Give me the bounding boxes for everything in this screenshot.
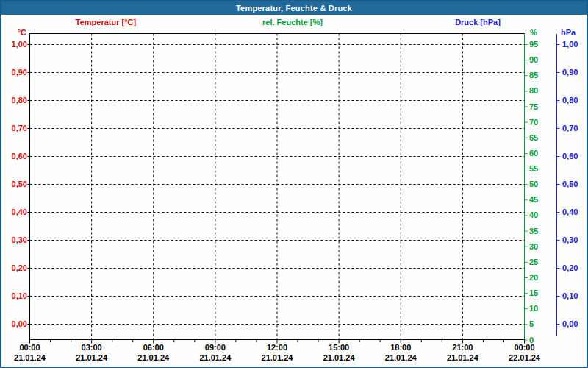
right-outer-axis-tick-label: 0,30 bbox=[562, 236, 578, 244]
right-inner-axis-tick-label: 30 bbox=[529, 242, 538, 251]
x-axis-time-label: 18:00 bbox=[379, 343, 423, 352]
left-axis-tick-label: 0,40 bbox=[1, 208, 27, 216]
right-inner-axis-tick-label: 85 bbox=[529, 71, 538, 79]
left-axis-tick-label: 0,20 bbox=[1, 263, 27, 272]
right-outer-axis-tick-label: 0,10 bbox=[562, 291, 578, 300]
right-outer-axis-tick-label: 0,80 bbox=[562, 96, 578, 105]
plot-area bbox=[1, 1, 587, 367]
x-axis-time-label: 09:00 bbox=[193, 343, 237, 352]
right-inner-axis-tick-label: 80 bbox=[529, 86, 538, 95]
x-axis-date-label: 21.01.24 bbox=[255, 353, 299, 362]
left-axis-tick-label: 0,70 bbox=[1, 124, 27, 132]
right-inner-axis-tick-label: 20 bbox=[529, 273, 538, 282]
x-axis-time-label: 03:00 bbox=[70, 343, 114, 352]
right-inner-axis-tick-label: 70 bbox=[529, 118, 538, 127]
x-axis-date-label: 21.01.24 bbox=[317, 353, 361, 362]
left-axis-tick-label: 0,00 bbox=[1, 319, 27, 328]
right-inner-axis-tick-label: 50 bbox=[529, 180, 538, 188]
x-axis-date-label: 21.01.24 bbox=[8, 353, 52, 362]
x-axis-date-label: 21.01.24 bbox=[379, 353, 423, 362]
x-axis-time-label: 21:00 bbox=[440, 343, 484, 352]
right-inner-axis-tick-label: 55 bbox=[529, 164, 538, 173]
right-inner-axis-tick-label: 45 bbox=[529, 195, 538, 204]
right-inner-axis-tick-label: 65 bbox=[529, 133, 538, 142]
right-inner-axis-tick-label: 15 bbox=[529, 289, 538, 297]
right-inner-axis-tick-label: 90 bbox=[529, 55, 538, 64]
chart-window: Temperatur, Feuchte & Druck Temperatur [… bbox=[0, 0, 588, 368]
right-inner-axis-tick-label: 5 bbox=[529, 319, 534, 328]
right-inner-axis-tick-label: 60 bbox=[529, 149, 538, 158]
x-axis-date-label: 21.01.24 bbox=[440, 353, 484, 362]
x-axis-time-label: 12:00 bbox=[255, 343, 299, 352]
x-axis-time-label: 06:00 bbox=[132, 343, 176, 352]
right-outer-axis-tick-label: 0,60 bbox=[562, 152, 578, 160]
right-inner-axis-tick-label: 40 bbox=[529, 210, 538, 219]
right-inner-axis-tick-label: 75 bbox=[529, 102, 538, 111]
right-inner-axis-tick-label: 10 bbox=[529, 304, 538, 313]
x-axis-time-label: 00:00 bbox=[503, 343, 547, 352]
right-outer-axis-tick-label: 0,70 bbox=[562, 124, 578, 132]
x-axis-date-label: 21.01.24 bbox=[132, 353, 176, 362]
right-outer-axis-tick-label: 0,20 bbox=[562, 263, 578, 272]
left-axis-tick-label: 1,00 bbox=[1, 40, 27, 49]
x-axis-date-label: 21.01.24 bbox=[193, 353, 237, 362]
right-outer-axis-tick-label: 0,90 bbox=[562, 68, 578, 77]
right-inner-axis-tick-label: 95 bbox=[529, 40, 538, 49]
right-inner-axis-tick-label: 25 bbox=[529, 258, 538, 266]
left-axis-tick-label: 0,30 bbox=[1, 236, 27, 244]
left-axis-tick-label: 0,60 bbox=[1, 152, 27, 160]
left-axis-tick-label: 0,80 bbox=[1, 96, 27, 105]
x-axis-time-label: 15:00 bbox=[317, 343, 361, 352]
x-axis-time-label: 00:00 bbox=[8, 343, 52, 352]
x-axis-date-label: 21.01.24 bbox=[70, 353, 114, 362]
right-outer-axis-tick-label: 1,00 bbox=[562, 40, 578, 49]
left-axis-tick-label: 0,10 bbox=[1, 291, 27, 300]
right-outer-axis-tick-label: 0,40 bbox=[562, 208, 578, 216]
x-axis-date-label: 22.01.24 bbox=[503, 353, 547, 362]
left-axis-tick-label: 0,50 bbox=[1, 180, 27, 188]
left-axis-tick-label: 0,90 bbox=[1, 68, 27, 77]
right-outer-axis-tick-label: 0,50 bbox=[562, 180, 578, 188]
right-inner-axis-tick-label: 35 bbox=[529, 227, 538, 236]
right-outer-axis-tick-label: 0,00 bbox=[562, 319, 578, 328]
